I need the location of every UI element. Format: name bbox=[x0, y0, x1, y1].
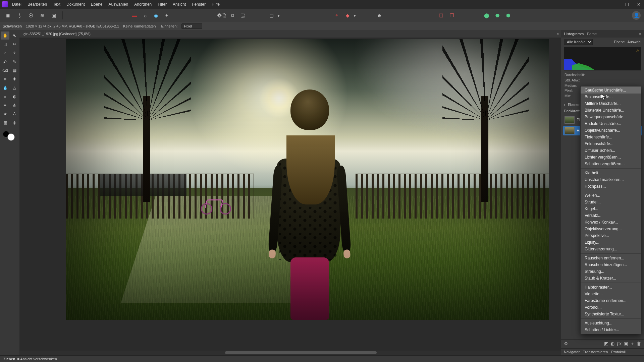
menu-anordnen[interactable]: Anordnen bbox=[134, 2, 152, 7]
tab-color[interactable]: Farbe bbox=[587, 32, 597, 36]
dropdown-icon[interactable]: ▾ bbox=[354, 13, 356, 18]
persona-develop-icon[interactable]: ⦿ bbox=[26, 11, 36, 20]
context-menu-item[interactable]: Vignette... bbox=[581, 291, 641, 297]
menu-filter[interactable]: Filter bbox=[158, 2, 167, 7]
dodge-tool-icon[interactable]: ☼ bbox=[1, 93, 9, 101]
persona-tone-icon[interactable]: ≋ bbox=[38, 11, 47, 20]
units-select[interactable]: Pixel bbox=[181, 23, 202, 29]
context-menu-item[interactable]: Strudel... bbox=[581, 199, 641, 205]
hand-tool-icon[interactable]: ✋ bbox=[1, 32, 9, 40]
tab-history[interactable]: Protokoll bbox=[611, 350, 626, 354]
addlayer-icon[interactable]: ＋ bbox=[630, 341, 635, 347]
context-menu-item[interactable]: Klarheit... bbox=[581, 170, 641, 176]
picker-tool-icon[interactable]: ◎ bbox=[10, 119, 19, 127]
context-menu-item[interactable]: Schatten vergrößern... bbox=[581, 161, 641, 167]
tab-navigator[interactable]: Navigator bbox=[564, 350, 580, 354]
move-tool-icon[interactable]: ⬉ bbox=[10, 32, 19, 40]
align-center-icon[interactable]: ⧉ bbox=[228, 11, 237, 20]
context-menu-item[interactable]: Kugel... bbox=[581, 205, 641, 212]
scrollbar-thumb[interactable] bbox=[225, 351, 377, 354]
swatch-red-icon[interactable]: ▬ bbox=[130, 11, 139, 20]
grid-tool-icon[interactable]: ▦ bbox=[1, 119, 9, 127]
dropdown-icon[interactable]: ▾ bbox=[277, 13, 280, 18]
deletelayer-icon[interactable]: 🗑 bbox=[637, 341, 641, 347]
document-tab[interactable]: girl-535251_1920.jpg [Geändert] (75,0%) bbox=[21, 31, 93, 37]
context-menu-item[interactable]: Hochpass... bbox=[581, 183, 641, 190]
context-menu-item[interactable]: Konvex / Konkav... bbox=[581, 219, 641, 226]
context-menu-item[interactable]: Halbtonraster... bbox=[581, 284, 641, 291]
sharpen-tool-icon[interactable]: △ bbox=[10, 84, 19, 92]
clone-tool-icon[interactable]: ⌗ bbox=[1, 75, 9, 83]
pen-tool-icon[interactable]: ✒ bbox=[1, 101, 9, 109]
context-menu-item[interactable]: Gitterverzerrung... bbox=[581, 246, 641, 252]
menu-ebene[interactable]: Ebene bbox=[91, 2, 103, 7]
canvas[interactable] bbox=[66, 39, 549, 320]
color-swatch[interactable] bbox=[3, 131, 15, 141]
context-menu-item[interactable]: Bilaterale Unschärfe... bbox=[581, 107, 641, 114]
snap-options-icon[interactable]: ◆ bbox=[343, 11, 352, 20]
context-menu-item[interactable]: Boxunschärfe... bbox=[581, 94, 641, 100]
blur-tool-icon[interactable]: 💧 bbox=[1, 84, 9, 92]
text-tool-icon[interactable]: A bbox=[10, 110, 19, 118]
fill-tool-icon[interactable]: ▦ bbox=[10, 66, 19, 74]
shape-tool-icon[interactable]: ★ bbox=[1, 110, 9, 118]
selection-tool-icon[interactable]: ◫ bbox=[1, 40, 9, 48]
brush-tool-icon[interactable]: 🖌 bbox=[1, 58, 9, 66]
canvas-viewport[interactable] bbox=[19, 38, 561, 351]
live-filter-context-menu[interactable]: Gaußsche Unschärfe...Boxunschärfe...Mitt… bbox=[580, 86, 641, 334]
menu-fenster[interactable]: Fenster bbox=[192, 2, 206, 7]
menu-bearbeiten[interactable]: Bearbeiten bbox=[28, 2, 47, 7]
color-wheel-icon[interactable]: ◉ bbox=[151, 11, 161, 20]
context-menu-item[interactable]: Tiefenschärfe... bbox=[581, 134, 641, 140]
window-maximize[interactable]: ❐ bbox=[624, 2, 631, 7]
window-close[interactable]: ✕ bbox=[635, 2, 642, 7]
align-left-icon[interactable]: �⿻ bbox=[217, 11, 226, 20]
menu-datei[interactable]: Datei bbox=[12, 2, 21, 7]
align-right-icon[interactable]: ⿴ bbox=[238, 11, 248, 20]
histogram-warning-icon[interactable]: ⚠ bbox=[636, 49, 640, 53]
burn-tool-icon[interactable]: ◐ bbox=[10, 93, 19, 101]
layers-collapse-icon[interactable]: ‹ bbox=[564, 103, 565, 107]
adjustment-icon[interactable]: ◐ bbox=[610, 341, 614, 347]
context-menu-item[interactable]: Rauschen hinzufügen... bbox=[581, 261, 641, 268]
arrange-back-icon[interactable]: ❏ bbox=[436, 11, 446, 20]
cloud-c-icon[interactable]: ⬢ bbox=[503, 11, 513, 20]
account-avatar[interactable]: 👤 bbox=[632, 11, 641, 20]
crop-tool-icon[interactable]: ✂ bbox=[10, 40, 19, 48]
menu-ansicht[interactable]: Ansicht bbox=[173, 2, 186, 7]
context-menu-item[interactable]: Staub & Kratzer... bbox=[581, 275, 641, 282]
context-menu-item[interactable]: Mittlere Unschärfe... bbox=[581, 100, 641, 107]
eyedropper-icon[interactable]: ⌕ bbox=[141, 11, 150, 20]
context-menu-item[interactable]: Voronoi... bbox=[581, 304, 641, 311]
context-menu-item[interactable]: Farbsäume entfernen... bbox=[581, 297, 641, 304]
cloud-b-icon[interactable]: ⬣ bbox=[493, 11, 502, 20]
context-menu-item[interactable]: Ausleuchtung... bbox=[581, 320, 641, 326]
context-menu-item[interactable]: Diffuser Schein... bbox=[581, 147, 641, 154]
scope-auswahl[interactable]: Auswahl bbox=[627, 40, 641, 44]
horizontal-scrollbar[interactable] bbox=[19, 351, 561, 355]
snap-icon[interactable]: ⌖ bbox=[332, 11, 341, 20]
lasso-tool-icon[interactable]: ⟀ bbox=[1, 49, 9, 57]
cloud-a-icon[interactable]: ⬤ bbox=[482, 11, 491, 20]
scope-ebene[interactable]: Ebene bbox=[614, 40, 625, 44]
swatch-front-icon[interactable] bbox=[7, 133, 15, 141]
context-menu-item[interactable]: Streuung... bbox=[581, 268, 641, 275]
context-menu-item[interactable]: Schatten / Lichter... bbox=[581, 326, 641, 333]
group-icon[interactable]: ▣ bbox=[624, 341, 628, 347]
context-menu-item[interactable]: Perspektive... bbox=[581, 232, 641, 239]
quickmask-icon[interactable]: ▢ bbox=[267, 11, 276, 20]
mask-icon[interactable]: ◩ bbox=[604, 341, 608, 347]
context-menu-item[interactable]: Bewegungsunschärfe... bbox=[581, 114, 641, 120]
livefilter-icon[interactable]: ƒx bbox=[616, 341, 622, 347]
document-tab-close-icon[interactable]: × bbox=[557, 32, 559, 36]
menu-text[interactable]: Text bbox=[53, 2, 60, 7]
pencil-tool-icon[interactable]: ✎ bbox=[10, 58, 19, 66]
menu-auswaehlen[interactable]: Auswählen bbox=[108, 2, 128, 7]
tab-transform[interactable]: Transformieren bbox=[583, 350, 608, 354]
persona-photo-icon[interactable]: ◼ bbox=[3, 11, 13, 20]
context-menu-item[interactable]: Lichter vergrößern... bbox=[581, 154, 641, 161]
target-icon[interactable]: ✦ bbox=[162, 11, 171, 20]
persona-export-icon[interactable]: ▣ bbox=[49, 11, 58, 20]
context-menu-item[interactable]: Wellen... bbox=[581, 192, 641, 199]
channels-select[interactable]: Alle Kanäle bbox=[564, 39, 593, 45]
